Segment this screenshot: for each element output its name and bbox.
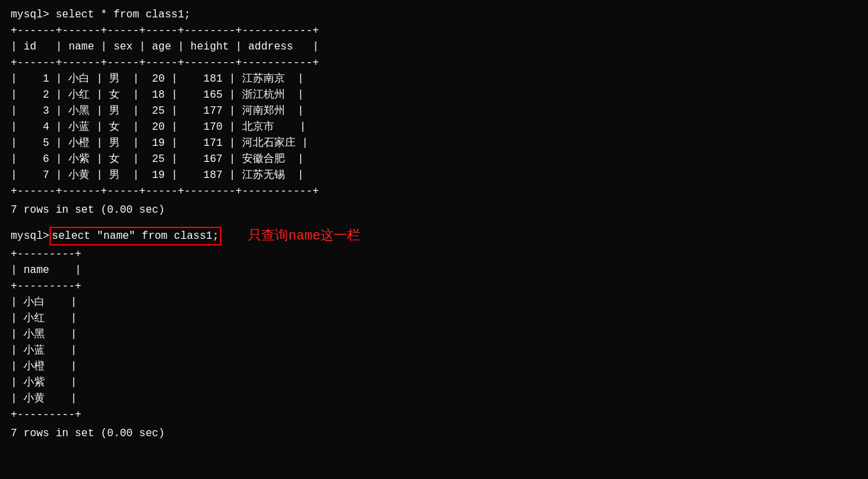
query2-prompt-prefix: mysql> [11,228,49,244]
query2-header: | name | [11,262,857,278]
query1-section: mysql> select * from class1; +------+---… [11,7,857,218]
terminal-window: mysql> select * from class1; +------+---… [11,7,857,442]
query2-row-2: | 小红 | [11,310,857,326]
query2-result: 7 rows in set (0.00 sec) [11,425,857,442]
query2-command: select "name" from class1; [52,230,219,242]
query1-sep-bot: +------+------+-----+-----+--------+----… [11,183,857,199]
query1-row-4: | 4 | 小蓝 | 女 | 20 | 170 | 北京市 | [11,119,857,135]
query1-row-1: | 1 | 小白 | 男 | 20 | 181 | 江苏南京 | [11,71,857,87]
query1-prompt: mysql> select * from class1; [11,7,857,23]
query1-result: 7 rows in set (0.00 sec) [11,202,857,218]
query1-row-7: | 7 | 小黄 | 男 | 19 | 187 | 江苏无锡 | [11,167,857,183]
query1-sep-top: +------+------+-----+-----+--------+----… [11,23,857,39]
query2-row-3: | 小黑 | [11,326,857,343]
query1-row-6: | 6 | 小紫 | 女 | 25 | 167 | 安徽合肥 | [11,151,857,167]
query2-row-5: | 小橙 | [11,359,857,375]
query2-row-7: | 小黄 | [11,391,857,407]
query2-annotation: 只查询name这一栏 [248,226,360,246]
query1-row-3: | 3 | 小黑 | 男 | 25 | 177 | 河南郑州 | [11,103,857,119]
query2-sep-bot: +---------+ [11,407,857,423]
query1-header: | id | name | sex | age | height | addre… [11,39,857,55]
query2-row-1: | 小白 | [11,294,857,310]
query1-sep-mid: +------+------+-----+-----+--------+----… [11,55,857,71]
query1-row-2: | 2 | 小红 | 女 | 18 | 165 | 浙江杭州 | [11,87,857,103]
query2-command-box: select "name" from class1; [49,227,222,246]
query2-section: mysql> select "name" from class1; 只查询nam… [11,226,857,442]
query2-row-4: | 小蓝 | [11,343,857,359]
query2-prompt-line: mysql> select "name" from class1; 只查询nam… [11,226,857,246]
query1-row-5: | 5 | 小橙 | 男 | 19 | 171 | 河北石家庄 | [11,135,857,151]
query2-sep-top: +---------+ [11,246,857,262]
query2-sep-mid: +---------+ [11,278,857,294]
query2-row-6: | 小紫 | [11,375,857,391]
